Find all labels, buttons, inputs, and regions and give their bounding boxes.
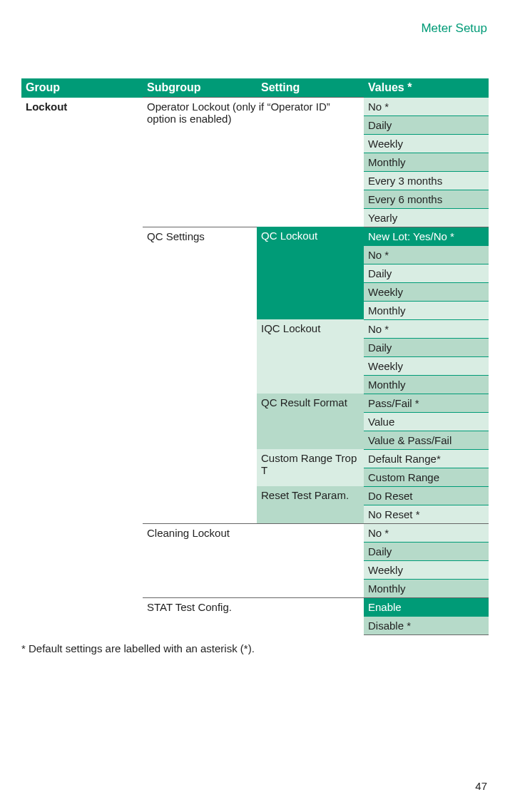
value-cell: Daily xyxy=(364,338,489,356)
footnote: * Default settings are labelled with an … xyxy=(21,642,489,654)
value-cell: No * xyxy=(364,245,489,264)
subgroup-qc-settings: QC Settings xyxy=(143,227,257,486)
group-lockout-cont xyxy=(21,597,143,634)
table-header-row: Group Subgroup Setting Values * xyxy=(21,78,489,98)
value-cell: No Reset * xyxy=(364,505,489,523)
value-cell: Yearly xyxy=(364,208,489,227)
value-cell: Monthly xyxy=(364,375,489,394)
value-cell: Value & Pass/Fail xyxy=(364,431,489,449)
subgroup-qc-settings-cont xyxy=(143,486,257,523)
value-cell: No * xyxy=(364,98,489,116)
subgroup-cleaning-lockout: Cleaning Lockout xyxy=(143,523,364,597)
settings-table: Group Subgroup Setting Values * Lockout … xyxy=(21,78,489,635)
value-cell: Every 6 months xyxy=(364,190,489,208)
value-cell: Value xyxy=(364,412,489,431)
subgroup-operator-lockout: Operator Lockout (only if “Operator ID” … xyxy=(143,98,364,227)
value-cell: Enable xyxy=(364,597,489,616)
setting-reset-test-param: Reset Test Param. xyxy=(257,486,364,523)
page-header: Meter Setup xyxy=(21,21,489,36)
value-cell: Weekly xyxy=(364,282,489,301)
value-cell: Weekly xyxy=(364,134,489,153)
value-cell: Daily xyxy=(364,264,489,282)
value-cell: Disable * xyxy=(364,616,489,634)
col-subgroup: Subgroup xyxy=(143,78,257,98)
setting-custom-range-trop-t: Custom Range Trop T xyxy=(257,449,364,486)
value-cell: Weekly xyxy=(364,356,489,375)
value-cell: No * xyxy=(364,523,489,542)
page-number: 47 xyxy=(475,780,487,792)
setting-iqc-lockout: IQC Lockout xyxy=(257,319,364,394)
value-cell: Default Range* xyxy=(364,449,489,468)
value-cell: New Lot: Yes/No * xyxy=(364,227,489,245)
subgroup-stat-test-config: STAT Test Config. xyxy=(143,597,364,634)
value-cell: Custom Range xyxy=(364,468,489,486)
value-cell: Monthly xyxy=(364,301,489,319)
value-cell: Every 3 months xyxy=(364,171,489,190)
value-cell: Daily xyxy=(364,542,489,560)
value-cell: Do Reset xyxy=(364,486,489,505)
col-setting: Setting xyxy=(257,78,364,98)
value-cell: Daily xyxy=(364,115,489,134)
value-cell: Weekly xyxy=(364,560,489,579)
value-cell: Monthly xyxy=(364,579,489,597)
value-cell: No * xyxy=(364,319,489,338)
value-cell: Pass/Fail * xyxy=(364,394,489,412)
setting-qc-lockout: QC Lockout xyxy=(257,227,364,319)
value-cell: Monthly xyxy=(364,153,489,171)
col-values: Values * xyxy=(364,78,489,98)
group-lockout: Lockout xyxy=(21,98,143,598)
col-group: Group xyxy=(21,78,143,98)
setting-qc-result-format: QC Result Format xyxy=(257,394,364,449)
